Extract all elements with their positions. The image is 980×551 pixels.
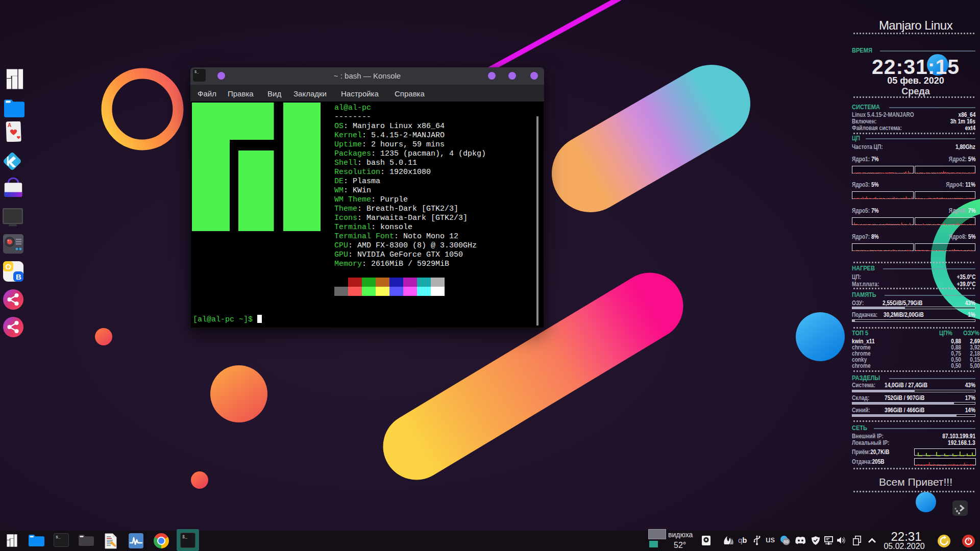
- svg-text:A: A: [8, 122, 12, 128]
- svg-text:89: 89: [783, 539, 789, 544]
- svg-text:$_: $_: [194, 70, 199, 74]
- svg-text:B: B: [16, 272, 21, 281]
- svg-text:$_: $_: [56, 535, 61, 539]
- svg-text:O: O: [6, 262, 12, 271]
- svg-text:$_: $_: [182, 535, 188, 540]
